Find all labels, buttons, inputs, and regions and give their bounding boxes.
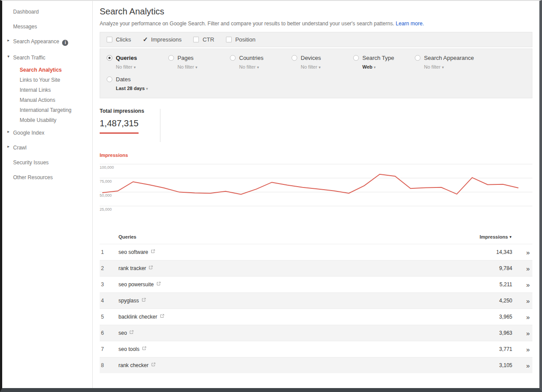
external-link-icon[interactable] bbox=[160, 314, 164, 318]
row-query-cell: seo software bbox=[118, 249, 473, 255]
dimension-queries: QueriesNo filter▾ bbox=[107, 55, 168, 69]
sidebar-item-label: Dashboard bbox=[13, 9, 39, 15]
row-impressions-value: 3,105 bbox=[473, 362, 512, 368]
filter-dropdown-pages[interactable]: No filter▾ bbox=[177, 64, 230, 69]
dimension-radio-devices[interactable]: Devices bbox=[292, 55, 353, 61]
sidebar-item-mobile-usability[interactable]: Mobile Usability bbox=[2, 115, 92, 125]
table-row: 8rank checker3,105» bbox=[100, 357, 532, 373]
row-impressions-value: 3,771 bbox=[473, 346, 512, 352]
chevron-down-icon: ▾ bbox=[442, 65, 444, 69]
expand-row-button[interactable]: » bbox=[526, 297, 530, 305]
impressions-column-header[interactable]: Impressions▼ bbox=[473, 234, 512, 239]
queries-table: Queries Impressions▼ 1seo software14,343… bbox=[100, 230, 532, 373]
sidebar-item-search-traffic[interactable]: ▾Search Traffic bbox=[2, 50, 92, 65]
external-link-icon[interactable] bbox=[151, 362, 156, 367]
sidebar-item-other-resources[interactable]: Other Resources bbox=[2, 170, 92, 185]
dimension-radio-search-type[interactable]: Search Type bbox=[353, 55, 415, 61]
expand-row-button[interactable]: » bbox=[526, 362, 530, 369]
row-rank: 3 bbox=[100, 281, 118, 288]
table-row: 5backlink checker3,965» bbox=[100, 309, 532, 325]
metric-checkbox-clicks[interactable]: Clicks bbox=[107, 36, 131, 43]
sidebar-item-messages[interactable]: Messages bbox=[2, 19, 92, 34]
chart-title: Impressions bbox=[100, 153, 532, 158]
description-text: Analyze your performance on Google Searc… bbox=[100, 21, 394, 27]
query-link[interactable]: backlink checker bbox=[118, 314, 157, 320]
chevron-right-icon: ▸ bbox=[7, 144, 10, 149]
external-link-icon[interactable] bbox=[142, 346, 146, 350]
row-rank: 4 bbox=[100, 298, 118, 304]
row-impressions-value: 9,784 bbox=[473, 265, 512, 271]
filter-dropdown-search-appearance[interactable]: No filter▾ bbox=[424, 64, 474, 69]
row-action-cell: » bbox=[512, 330, 532, 337]
query-link[interactable]: rank tracker bbox=[118, 265, 146, 271]
external-link-icon[interactable] bbox=[129, 330, 134, 334]
learn-more-link[interactable]: Learn more. bbox=[396, 21, 424, 27]
expand-row-button[interactable]: » bbox=[526, 313, 530, 321]
dimension-radio-dates[interactable]: Dates bbox=[107, 76, 168, 83]
sidebar-item-label: Mobile Usability bbox=[20, 117, 56, 123]
checkbox-icon bbox=[226, 37, 232, 42]
filter-dropdown-dates[interactable]: Last 28 days▾ bbox=[116, 86, 168, 91]
dimension-label: Countries bbox=[239, 55, 264, 61]
external-link-icon[interactable] bbox=[142, 298, 146, 302]
query-link[interactable]: rank checker bbox=[118, 362, 149, 368]
sidebar-item-manual-actions[interactable]: Manual Actions bbox=[2, 95, 92, 105]
row-query-cell: seo tools bbox=[118, 346, 473, 352]
sidebar-item-google-index[interactable]: ▸Google Index bbox=[2, 125, 92, 140]
sidebar-item-crawl[interactable]: ▸Crawl bbox=[2, 140, 92, 155]
query-link[interactable]: seo tools bbox=[118, 346, 139, 352]
summary-divider bbox=[160, 109, 160, 142]
dimension-radio-pages[interactable]: Pages bbox=[168, 55, 230, 61]
dimension-label: Search Type bbox=[362, 55, 394, 61]
row-action-cell: » bbox=[512, 362, 532, 369]
metric-checkbox-position[interactable]: Position bbox=[226, 36, 255, 43]
sidebar-item-links-to-your-site[interactable]: Links to Your Site bbox=[2, 75, 92, 85]
sidebar-item-label: Search Traffic bbox=[13, 55, 45, 61]
queries-column-header: Queries bbox=[118, 234, 473, 239]
row-action-cell: » bbox=[512, 281, 532, 288]
expand-row-button[interactable]: » bbox=[526, 265, 530, 272]
expand-row-button[interactable]: » bbox=[526, 281, 530, 288]
query-link[interactable]: spyglass bbox=[118, 298, 139, 304]
external-link-icon[interactable] bbox=[151, 249, 155, 253]
sidebar-item-security-issues[interactable]: Security Issues bbox=[2, 155, 92, 170]
row-impressions-value: 3,963 bbox=[473, 330, 512, 336]
row-impressions-value: 5,211 bbox=[473, 281, 512, 288]
filter-dropdown-search-type[interactable]: Web▾ bbox=[362, 64, 415, 69]
query-link[interactable]: seo powersuite bbox=[118, 281, 154, 288]
total-impressions-card[interactable]: Total impressions 1,487,315 bbox=[100, 108, 144, 134]
row-query-cell: rank tracker bbox=[118, 265, 473, 271]
filter-dropdown-queries[interactable]: No filter▾ bbox=[116, 64, 168, 69]
chevron-down-icon: ▾ bbox=[257, 65, 259, 69]
sidebar-item-search-analytics[interactable]: Search Analytics bbox=[2, 65, 92, 75]
external-link-icon[interactable] bbox=[156, 281, 161, 286]
filter-value: Web bbox=[362, 64, 372, 69]
radio-icon bbox=[107, 55, 112, 61]
dimensions-row-1: QueriesNo filter▾PagesNo filter▾Countrie… bbox=[107, 55, 532, 69]
external-link-icon[interactable] bbox=[149, 265, 153, 270]
row-query-cell: seo powersuite bbox=[118, 281, 473, 288]
filter-dropdown-countries[interactable]: No filter▾ bbox=[239, 64, 292, 69]
sidebar-item-search-appearance[interactable]: ▸Search Appearancei bbox=[2, 34, 92, 50]
sidebar-item-international-targeting[interactable]: International Targeting bbox=[2, 105, 92, 115]
info-icon: i bbox=[62, 40, 68, 46]
dimension-radio-queries[interactable]: Queries bbox=[107, 55, 168, 61]
metric-label: Impressions bbox=[151, 36, 181, 43]
dimension-radio-search-appearance[interactable]: Search Appearance bbox=[415, 55, 474, 61]
query-link[interactable]: seo bbox=[118, 330, 127, 336]
main-content: Search Analytics Analyze your performanc… bbox=[93, 1, 539, 388]
sidebar-item-dashboard[interactable]: Dashboard bbox=[2, 4, 92, 19]
metric-label: CTR bbox=[202, 36, 214, 43]
metric-checkbox-ctr[interactable]: CTR bbox=[193, 36, 214, 43]
radio-icon bbox=[107, 76, 112, 82]
metric-checkbox-impressions[interactable]: ✓Impressions bbox=[143, 36, 182, 43]
sidebar-item-internal-links[interactable]: Internal Links bbox=[2, 85, 92, 95]
total-impressions-label: Total impressions bbox=[100, 108, 144, 114]
expand-row-button[interactable]: » bbox=[526, 330, 530, 337]
expand-row-button[interactable]: » bbox=[526, 249, 530, 256]
expand-row-button[interactable]: » bbox=[526, 346, 530, 353]
dimension-radio-countries[interactable]: Countries bbox=[230, 55, 292, 61]
filter-dropdown-devices[interactable]: No filter▾ bbox=[301, 64, 353, 69]
query-link[interactable]: seo software bbox=[118, 249, 148, 255]
filter-value: No filter bbox=[424, 64, 441, 69]
